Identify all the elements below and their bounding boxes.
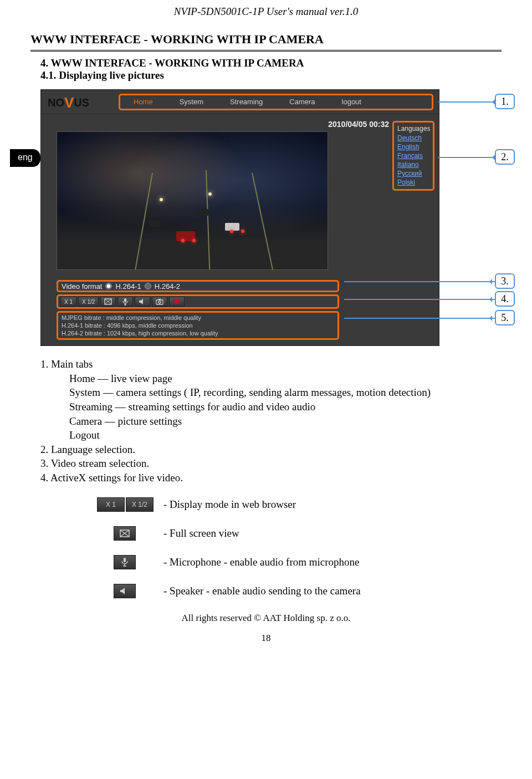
main-nav-highlight: Home System Streaming Camera logout [119,94,433,110]
x1-icon-button: X 1 [97,497,125,512]
heading-4: 4. WWW INTERFACE - WORKING WITH IP CAMER… [30,57,502,69]
lang-deutsch[interactable]: Deutsch [397,134,429,142]
nav-home[interactable]: Home [120,95,166,109]
logo-text-b: US [74,96,89,109]
timestamp: 2010/04/05 00:32 [41,114,439,131]
bitrate-line-2: H.264-1 bitrate : 4096 kbps, middle comp… [62,322,334,329]
icon-row-microphone: - Microphone - enable audio from microph… [97,555,502,569]
icon-row-display-mode: X 1 X 1/2 - Display mode in web browser [97,497,502,512]
screenshot-figure: eng NOVUS Home System Streaming Camera l… [40,89,502,346]
list-1e: Logout [40,428,502,442]
activex-controls-row: X 1 X 1/2 [57,294,339,309]
list-1d: Camera — picture settings [40,414,502,429]
bitrate-line-1: MJPEG bitrate : middle compression, midd… [62,314,334,322]
callout-arrow-3 [344,281,497,282]
novus-logo: NOVUS [41,93,113,110]
record-button[interactable] [169,297,185,307]
divider [30,50,502,52]
nav-logout[interactable]: logout [329,95,375,109]
radio-h264-2-label: H.264-2 [155,282,180,291]
video-format-row: Video format H.264-1 H.264-2 [57,280,339,292]
lang-polski[interactable]: Polski [397,178,429,187]
body-text: 1. Main tabs Home — live view page Syste… [30,357,502,485]
heading-4-1: 4.1. Displaying live pictures [30,69,502,82]
icon-row-fullscreen: - Full screen view [97,526,502,541]
icon-descriptions: X 1 X 1/2 - Display mode in web browser … [97,497,502,598]
camera-web-ui-screenshot: NOVUS Home System Streaming Camera logou… [40,89,439,346]
desc-fullscreen: - Full screen view [163,527,239,539]
record-icon [174,299,180,304]
nav-camera[interactable]: Camera [276,95,328,109]
speaker-button[interactable] [135,297,150,307]
page-footer-copyright: All rights reserved © AAT Holding sp. z … [30,613,502,624]
svg-rect-4 [158,299,161,300]
microphone-icon [121,557,129,567]
lang-english[interactable]: English [397,142,429,151]
video-format-label: Video format [62,282,102,291]
radio-h264-2[interactable] [145,283,151,289]
speaker-icon-button [114,584,136,598]
list-4: 4. ActiveX settings for live video. [40,471,502,485]
fullscreen-icon [104,298,112,305]
desc-display-mode: - Display mode in web browser [163,498,296,511]
svg-rect-1 [124,298,126,302]
lang-russian[interactable]: Русский [397,169,429,178]
svg-rect-2 [156,300,163,304]
bitrate-info-box: MJPEG bitrate : middle compression, midd… [57,311,339,340]
page-number: 18 [30,633,502,649]
speaker-icon [139,298,146,305]
languages-header: Languages [397,125,429,133]
nav-system[interactable]: System [166,95,217,109]
list-1: 1. Main tabs [40,357,502,371]
callout-arrow-2 [438,157,499,158]
radio-h264-1-label: H.264-1 [115,282,141,291]
svg-rect-6 [124,558,126,562]
live-video-preview [57,131,328,270]
nav-streaming[interactable]: Streaming [217,95,276,109]
microphone-icon-button [114,555,136,569]
language-select-box: Languages Deutsch English Français Itali… [392,121,434,191]
callout-arrow-4 [344,299,497,300]
callout-arrow-1 [438,101,499,103]
callout-5: 5. [495,310,515,325]
logo-text-a: NO [48,96,64,109]
callout-4: 4. [495,291,515,307]
bitrate-line-3: H.264-2 bitrate : 1024 kbps, high compre… [62,329,334,337]
list-1c: Streaming — streaming settings for audio… [40,400,502,414]
list-1a: Home — live view page [40,371,502,386]
callout-2: 2. [495,149,515,165]
callout-1: 1. [495,94,515,109]
desc-microphone: - Microphone - enable audio from microph… [163,556,360,568]
callout-3: 3. [495,273,515,289]
snapshot-button[interactable] [152,297,167,307]
icon-row-speaker: - Speaker - enable audio sending to the … [97,584,502,598]
lang-francais[interactable]: Français [397,151,429,160]
doc-header: NVIP-5DN5001C-1P User's manual ver.1.0 [30,0,502,28]
desc-speaker: - Speaker - enable audio sending to the … [163,585,361,597]
x1-button[interactable]: X 1 [60,297,76,307]
xhalf-button[interactable]: X 1/2 [78,297,99,307]
snapshot-icon [156,298,163,305]
svg-point-3 [158,301,161,303]
callout-arrow-5 [344,318,497,319]
doc-language-tab: eng [10,149,40,167]
microphone-icon [122,298,129,306]
list-1b: System — camera settings ( IP, recording… [40,385,502,400]
fullscreen-icon [120,529,130,537]
lang-italiano[interactable]: Italiano [397,160,429,169]
fullscreen-button[interactable] [100,297,116,307]
section-title: WWW INTERFACE - WORKING WITH IP CAMERA [30,28,502,50]
microphone-button[interactable] [117,297,133,307]
speaker-icon [120,587,130,595]
xhalf-icon-button: X 1/2 [126,497,154,512]
list-3: 3. Video stream selection. [40,456,502,471]
logo-text-v: V [64,94,74,111]
list-2: 2. Language selection. [40,442,502,457]
radio-h264-1[interactable] [105,283,112,289]
fullscreen-icon-button [114,526,136,541]
top-bar: NOVUS Home System Streaming Camera logou… [41,90,439,114]
